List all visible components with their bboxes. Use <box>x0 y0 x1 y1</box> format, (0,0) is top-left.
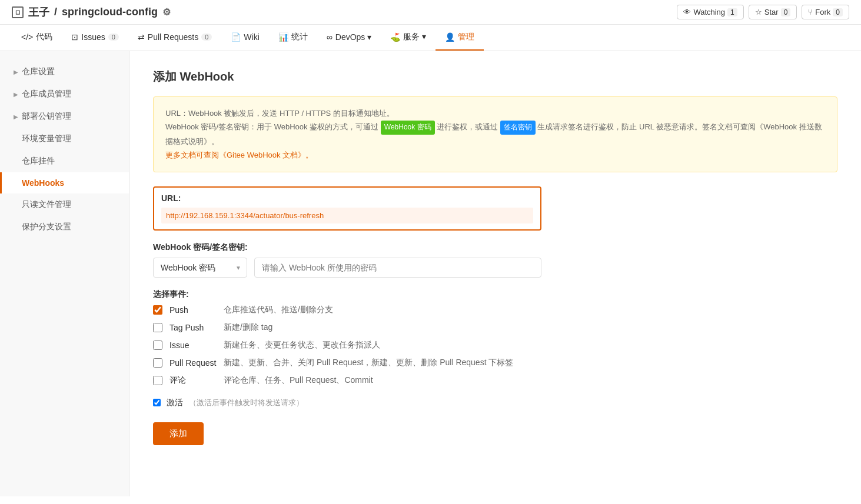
page-title: 添加 WebHook <box>153 69 837 85</box>
separator: / <box>54 6 57 18</box>
tab-manage[interactable]: 👤 管理 <box>436 25 484 51</box>
header-actions: 👁 Watching 1 ☆ Star 0 ⑂ Fork 0 <box>677 5 849 19</box>
info-line-3: 更多文档可查阅《Gitee WebHook 文档》。 <box>165 148 825 162</box>
pwd-row: WebHook 密码 签名密钥 ▼ <box>153 258 541 278</box>
sidebar-label-readonly-files: 只读文件管理 <box>22 199 71 210</box>
tab-stats[interactable]: 📊 统计 <box>269 25 317 51</box>
sidebar-label-env-vars: 环境变量管理 <box>22 133 71 144</box>
watch-label: Watching <box>693 8 725 16</box>
sidebar: ▶ 仓库设置 ▶ 仓库成员管理 ▶ 部署公钥管理 ▶ 环境变量管理 ▶ 仓库挂件… <box>0 51 129 496</box>
sidebar-label-member-manage: 仓库成员管理 <box>22 89 71 99</box>
fork-button[interactable]: ⑂ Fork 0 <box>802 5 849 19</box>
pwd-input[interactable] <box>254 258 541 278</box>
tab-devops[interactable]: ∞ DevOps ▾ <box>317 25 381 50</box>
repo-name: springcloud-config <box>62 6 158 18</box>
fork-label: Fork <box>815 8 830 16</box>
pwd-input-wrapper <box>254 258 541 278</box>
services-icon: ⛳ <box>390 32 400 42</box>
repo-title: ◻ 王子 / springcloud-config ⚙ <box>12 5 171 19</box>
event-issue-label: Issue <box>169 341 217 350</box>
header: ◻ 王子 / springcloud-config ⚙ 👁 Watching 1… <box>0 0 861 25</box>
sidebar-label-repo-hooks: 仓库挂件 <box>22 156 55 166</box>
tab-wiki[interactable]: 📄 Wiki <box>221 25 268 50</box>
fork-icon: ⑂ <box>808 8 813 16</box>
owner-name: 王子 <box>28 5 49 19</box>
active-checkbox[interactable] <box>153 399 161 406</box>
event-push-label: Push <box>169 305 217 315</box>
submit-button[interactable]: 添加 <box>153 422 204 445</box>
active-label: 激活 <box>167 398 183 408</box>
sidebar-item-protect-branch[interactable]: ▶ 保护分支设置 <box>0 216 129 238</box>
info-line-1: URL：WebHook 被触发后，发送 HTTP / HTTPS 的目标通知地址… <box>165 106 825 120</box>
stats-icon: 📊 <box>278 32 288 42</box>
url-input[interactable] <box>161 208 533 223</box>
event-issue-checkbox[interactable] <box>153 341 162 350</box>
tab-pull-requests[interactable]: ⇄ Pull Requests 0 <box>128 25 222 50</box>
events-label: 选择事件: <box>153 289 837 300</box>
sidebar-item-deploy-keys[interactable]: ▶ 部署公钥管理 <box>0 105 129 128</box>
info-box: URL：WebHook 被触发后，发送 HTTP / HTTPS 的目标通知地址… <box>153 96 837 172</box>
tab-stats-label: 统计 <box>291 32 308 42</box>
url-section: URL: <box>153 186 541 231</box>
event-issue-desc: 新建任务、变更任务状态、更改任务指派人 <box>224 340 380 351</box>
event-push-desc: 仓库推送代码、推送/删除分支 <box>224 305 333 315</box>
event-push-checkbox[interactable] <box>153 305 162 315</box>
tab-issues-label: Issues <box>81 32 105 42</box>
tag-sign-key: 签名密钥 <box>500 121 536 135</box>
tab-services-label: 服务 ▾ <box>403 32 426 42</box>
event-comment-label: 评论 <box>169 375 217 386</box>
event-pr-desc: 新建、更新、合并、关闭 Pull Request，新建、更新、删除 Pull R… <box>224 358 513 368</box>
sidebar-item-env-vars[interactable]: ▶ 环境变量管理 <box>0 128 129 150</box>
events-section: 选择事件: Push 仓库推送代码、推送/删除分支 Tag Push 新建/删除… <box>153 289 837 386</box>
tab-code-label: 代码 <box>36 32 52 42</box>
settings-icon[interactable]: ⚙ <box>162 6 171 18</box>
active-sub: （激活后事件触发时将发送请求） <box>189 398 304 408</box>
pwd-label: WebHook 密码/签名密钥: <box>153 242 837 253</box>
pr-icon: ⇄ <box>138 32 145 42</box>
info-line-2: WebHook 密码/签名密钥：用于 WebHook 鉴权的方式，可通过 Web… <box>165 120 825 148</box>
sidebar-label-repo-settings: 仓库设置 <box>22 66 55 77</box>
active-row: 激活 （激活后事件触发时将发送请求） <box>153 398 837 408</box>
main-content: 添加 WebHook URL：WebHook 被触发后，发送 HTTP / HT… <box>129 51 861 496</box>
event-issue-row: Issue 新建任务、变更任务状态、更改任务指派人 <box>153 340 837 351</box>
tab-code[interactable]: </> 代码 <box>12 25 62 51</box>
sidebar-item-repo-settings[interactable]: ▶ 仓库设置 <box>0 61 129 83</box>
watch-count: 1 <box>727 8 737 16</box>
event-tagpush-label: Tag Push <box>169 323 217 332</box>
sidebar-item-repo-hooks[interactable]: ▶ 仓库挂件 <box>0 150 129 172</box>
code-icon: </> <box>21 32 33 42</box>
arrow-icon: ▶ <box>14 114 18 120</box>
sidebar-label-webhooks: WebHooks <box>22 178 64 188</box>
tab-services[interactable]: ⛳ 服务 ▾ <box>381 25 436 51</box>
issues-badge: 0 <box>108 34 119 41</box>
event-pr-label: Pull Request <box>169 358 217 368</box>
fork-count: 0 <box>833 8 843 16</box>
manage-icon: 👤 <box>445 32 455 42</box>
repo-icon: ◻ <box>12 6 24 18</box>
sidebar-item-readonly-files[interactable]: ▶ 只读文件管理 <box>0 193 129 216</box>
event-comment-checkbox[interactable] <box>153 376 162 385</box>
tab-wiki-label: Wiki <box>244 32 259 42</box>
event-tagpush-desc: 新建/删除 tag <box>224 322 272 333</box>
watch-button[interactable]: 👁 Watching 1 <box>677 5 743 19</box>
pwd-section: WebHook 密码/签名密钥: WebHook 密码 签名密钥 ▼ <box>153 242 837 278</box>
tab-pr-label: Pull Requests <box>148 32 198 42</box>
tag-webhook-pwd: WebHook 密码 <box>381 121 435 135</box>
star-button[interactable]: ☆ Star 0 <box>749 5 797 19</box>
star-count: 0 <box>781 8 791 16</box>
event-pr-checkbox[interactable] <box>153 358 162 368</box>
info-link[interactable]: 更多文档可查阅《Gitee WebHook 文档》。 <box>165 151 313 159</box>
tab-issues[interactable]: ⊡ Issues 0 <box>62 25 128 50</box>
nav-tabs: </> 代码 ⊡ Issues 0 ⇄ Pull Requests 0 📄 Wi… <box>0 25 861 51</box>
pwd-type-select[interactable]: WebHook 密码 签名密钥 <box>153 258 247 278</box>
wiki-icon: 📄 <box>231 32 241 42</box>
eye-icon: 👁 <box>683 8 691 16</box>
pwd-type-select-wrapper: WebHook 密码 签名密钥 ▼ <box>153 258 247 278</box>
sidebar-label-deploy-keys: 部署公钥管理 <box>22 111 71 122</box>
sidebar-item-member-manage[interactable]: ▶ 仓库成员管理 <box>0 83 129 105</box>
issues-icon: ⊡ <box>71 32 78 42</box>
event-comment-row: 评论 评论仓库、任务、Pull Request、Commit <box>153 375 837 386</box>
tab-devops-label: DevOps ▾ <box>335 32 371 42</box>
sidebar-item-webhooks[interactable]: ▶ WebHooks <box>0 172 129 193</box>
event-tagpush-checkbox[interactable] <box>153 323 162 332</box>
